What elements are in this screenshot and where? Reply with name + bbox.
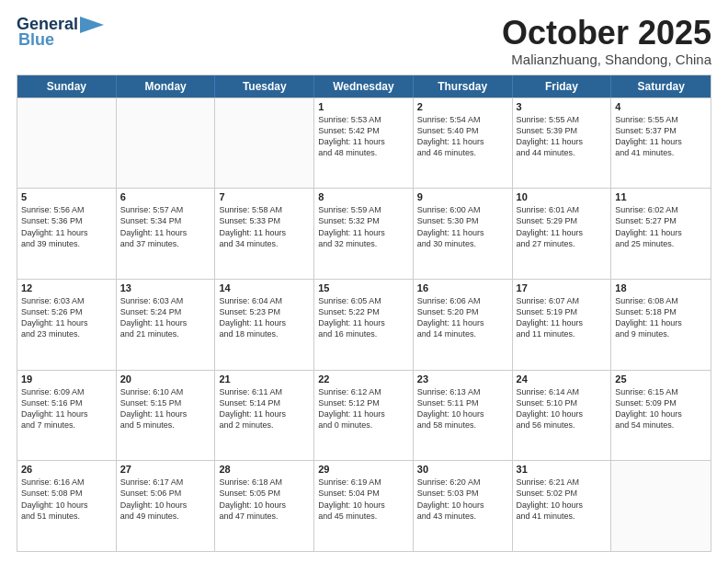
day-info: Sunrise: 5:53 AM Sunset: 5:42 PM Dayligh… [318,114,409,159]
day-info: Sunrise: 6:03 AM Sunset: 5:26 PM Dayligh… [21,295,112,340]
weekday-header-saturday: Saturday [611,75,711,98]
day-cell-30: 30Sunrise: 6:20 AM Sunset: 5:03 PM Dayli… [414,461,513,551]
day-number: 4 [615,101,707,112]
day-number: 9 [417,191,508,202]
svg-marker-0 [80,17,104,33]
day-info: Sunrise: 6:13 AM Sunset: 5:11 PM Dayligh… [417,386,508,431]
day-number: 23 [417,373,508,385]
day-cell-5: 5Sunrise: 5:56 AM Sunset: 5:36 PM Daylig… [17,189,117,279]
day-info: Sunrise: 5:59 AM Sunset: 5:32 PM Dayligh… [318,204,409,249]
day-info: Sunrise: 6:06 AM Sunset: 5:20 PM Dayligh… [417,295,508,340]
day-info: Sunrise: 6:14 AM Sunset: 5:10 PM Dayligh… [517,386,608,431]
day-cell-27: 27Sunrise: 6:17 AM Sunset: 5:06 PM Dayli… [117,461,216,551]
day-number: 26 [21,464,112,475]
day-info: Sunrise: 6:10 AM Sunset: 5:15 PM Dayligh… [120,386,211,431]
day-cell-3: 3Sunrise: 5:55 AM Sunset: 5:39 PM Daylig… [513,98,612,189]
calendar-body: 1Sunrise: 5:53 AM Sunset: 5:42 PM Daylig… [17,98,711,551]
day-info: Sunrise: 6:04 AM Sunset: 5:23 PM Dayligh… [219,295,310,340]
day-number: 11 [615,191,707,202]
calendar: SundayMondayTuesdayWednesdayThursdayFrid… [17,75,711,552]
day-number: 17 [517,282,608,293]
day-info: Sunrise: 6:03 AM Sunset: 5:24 PM Dayligh… [120,295,211,340]
logo-icon [80,17,104,33]
day-number: 24 [517,373,608,385]
calendar-row-4: 19Sunrise: 6:09 AM Sunset: 5:16 PM Dayli… [17,370,711,461]
day-cell-20: 20Sunrise: 6:10 AM Sunset: 5:15 PM Dayli… [117,371,216,461]
day-cell-24: 24Sunrise: 6:14 AM Sunset: 5:10 PM Dayli… [513,371,612,461]
day-number: 28 [219,464,310,475]
day-info: Sunrise: 6:02 AM Sunset: 5:27 PM Dayligh… [615,204,707,249]
day-info: Sunrise: 6:18 AM Sunset: 5:05 PM Dayligh… [219,477,310,522]
day-number: 6 [120,191,211,202]
calendar-row-5: 26Sunrise: 6:16 AM Sunset: 5:08 PM Dayli… [17,460,711,551]
day-cell-7: 7Sunrise: 5:58 AM Sunset: 5:33 PM Daylig… [215,189,314,279]
day-number: 27 [120,464,211,475]
day-cell-12: 12Sunrise: 6:03 AM Sunset: 5:26 PM Dayli… [17,280,117,370]
day-info: Sunrise: 6:12 AM Sunset: 5:12 PM Dayligh… [318,386,409,431]
day-number: 25 [615,373,707,385]
day-cell-21: 21Sunrise: 6:11 AM Sunset: 5:14 PM Dayli… [215,371,314,461]
day-number: 14 [219,282,310,293]
day-info: Sunrise: 6:01 AM Sunset: 5:29 PM Dayligh… [517,204,608,249]
day-info: Sunrise: 5:57 AM Sunset: 5:34 PM Dayligh… [120,204,211,249]
day-info: Sunrise: 5:56 AM Sunset: 5:36 PM Dayligh… [21,204,112,249]
day-info: Sunrise: 6:16 AM Sunset: 5:08 PM Dayligh… [21,477,112,522]
day-cell-15: 15Sunrise: 6:05 AM Sunset: 5:22 PM Dayli… [314,280,414,370]
day-info: Sunrise: 5:58 AM Sunset: 5:33 PM Dayligh… [219,204,310,249]
day-cell-14: 14Sunrise: 6:04 AM Sunset: 5:23 PM Dayli… [215,280,314,370]
day-cell-31: 31Sunrise: 6:21 AM Sunset: 5:02 PM Dayli… [513,461,612,551]
day-cell-10: 10Sunrise: 6:01 AM Sunset: 5:29 PM Dayli… [513,189,612,279]
day-number: 3 [517,101,608,112]
day-cell-8: 8Sunrise: 5:59 AM Sunset: 5:32 PM Daylig… [314,189,414,279]
day-number: 8 [318,191,409,202]
day-number: 7 [219,191,310,202]
logo: General Blue [17,15,104,50]
day-cell-29: 29Sunrise: 6:19 AM Sunset: 5:04 PM Dayli… [314,461,414,551]
empty-cell-r4c6 [611,461,711,551]
day-cell-16: 16Sunrise: 6:06 AM Sunset: 5:20 PM Dayli… [414,280,513,370]
calendar-header-row: SundayMondayTuesdayWednesdayThursdayFrid… [17,75,711,98]
day-cell-26: 26Sunrise: 6:16 AM Sunset: 5:08 PM Dayli… [17,461,117,551]
day-cell-11: 11Sunrise: 6:02 AM Sunset: 5:27 PM Dayli… [611,189,711,279]
weekday-header-wednesday: Wednesday [314,75,414,98]
day-number: 1 [318,101,409,112]
day-number: 19 [21,373,112,385]
day-info: Sunrise: 6:20 AM Sunset: 5:03 PM Dayligh… [417,477,508,522]
day-number: 13 [120,282,211,293]
day-cell-25: 25Sunrise: 6:15 AM Sunset: 5:09 PM Dayli… [611,371,711,461]
day-info: Sunrise: 6:07 AM Sunset: 5:19 PM Dayligh… [517,295,608,340]
day-cell-1: 1Sunrise: 5:53 AM Sunset: 5:42 PM Daylig… [314,98,414,189]
empty-cell-r0c0 [17,98,117,189]
weekday-header-sunday: Sunday [17,75,117,98]
location-title: Malianzhuang, Shandong, China [502,52,711,67]
day-info: Sunrise: 6:19 AM Sunset: 5:04 PM Dayligh… [318,477,409,522]
day-number: 15 [318,282,409,293]
day-number: 20 [120,373,211,385]
day-info: Sunrise: 6:21 AM Sunset: 5:02 PM Dayligh… [517,477,608,522]
day-info: Sunrise: 6:17 AM Sunset: 5:06 PM Dayligh… [120,477,211,522]
day-info: Sunrise: 6:15 AM Sunset: 5:09 PM Dayligh… [615,386,707,431]
day-number: 16 [417,282,508,293]
header: General Blue October 2025 Malianzhuang, … [17,15,711,67]
day-info: Sunrise: 5:55 AM Sunset: 5:39 PM Dayligh… [517,114,608,159]
day-info: Sunrise: 6:11 AM Sunset: 5:14 PM Dayligh… [219,386,310,431]
day-info: Sunrise: 5:55 AM Sunset: 5:37 PM Dayligh… [615,114,707,159]
day-cell-28: 28Sunrise: 6:18 AM Sunset: 5:05 PM Dayli… [215,461,314,551]
day-number: 2 [417,101,508,112]
day-cell-17: 17Sunrise: 6:07 AM Sunset: 5:19 PM Dayli… [513,280,612,370]
day-info: Sunrise: 6:09 AM Sunset: 5:16 PM Dayligh… [21,386,112,431]
empty-cell-r0c2 [215,98,314,189]
day-cell-2: 2Sunrise: 5:54 AM Sunset: 5:40 PM Daylig… [414,98,513,189]
weekday-header-thursday: Thursday [414,75,513,98]
calendar-row-3: 12Sunrise: 6:03 AM Sunset: 5:26 PM Dayli… [17,279,711,370]
day-cell-18: 18Sunrise: 6:08 AM Sunset: 5:18 PM Dayli… [611,280,711,370]
day-cell-22: 22Sunrise: 6:12 AM Sunset: 5:12 PM Dayli… [314,371,414,461]
day-number: 29 [318,464,409,475]
day-info: Sunrise: 5:54 AM Sunset: 5:40 PM Dayligh… [417,114,508,159]
day-cell-9: 9Sunrise: 6:00 AM Sunset: 5:30 PM Daylig… [414,189,513,279]
weekday-header-tuesday: Tuesday [215,75,314,98]
empty-cell-r0c1 [117,98,216,189]
day-cell-19: 19Sunrise: 6:09 AM Sunset: 5:16 PM Dayli… [17,371,117,461]
day-number: 31 [517,464,608,475]
title-block: October 2025 Malianzhuang, Shandong, Chi… [502,15,711,67]
